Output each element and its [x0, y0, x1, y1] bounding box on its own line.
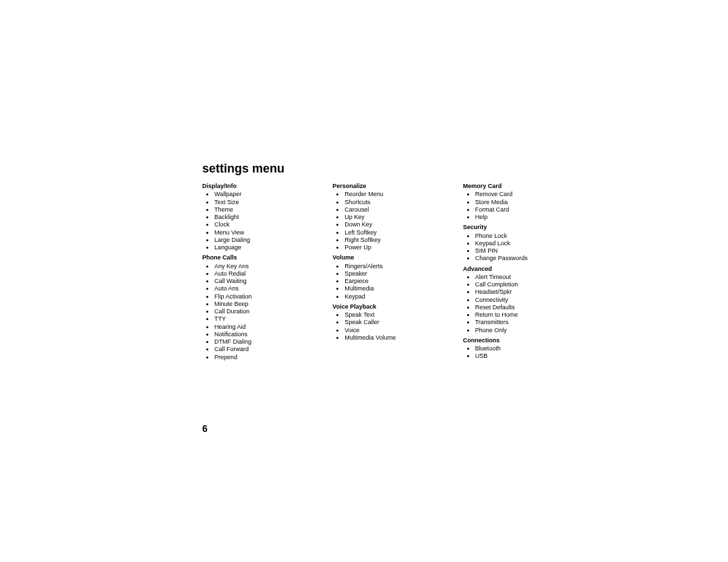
section-title: Security	[463, 224, 566, 231]
list-item: Hearing Aid	[214, 323, 305, 331]
list-item: Wallpaper	[214, 191, 305, 198]
list-item: Bluetooth	[475, 345, 566, 352]
section-title: Advanced	[463, 266, 566, 273]
section-list: Ringers/AlertsSpeakerEarpieceMultimediaK…	[332, 263, 435, 301]
list-item: SIM PIN	[475, 247, 566, 255]
list-item: Earpiece	[344, 278, 435, 285]
list-item: Left Softkey	[344, 229, 435, 237]
columns-container: Display/InfoWallpaperText SizeThemeBackl…	[202, 180, 566, 363]
list-item: Up Key	[344, 214, 435, 221]
list-item: DTMF Dialing	[214, 338, 305, 346]
list-item: Phone Lock	[475, 232, 566, 240]
list-item: Shortcuts	[344, 199, 435, 206]
list-item: Reset Defaults	[475, 304, 566, 311]
section-list: Any Key AnsAuto RedialCall WaitingAuto A…	[202, 263, 305, 361]
list-item: Keypad Lock	[475, 240, 566, 247]
list-item: Minute Beep	[214, 301, 305, 308]
list-item: Call Waiting	[214, 278, 305, 285]
list-item: Transmitters	[475, 319, 566, 326]
column-2: PersonalizeReorder MenuShortcutsCarousel…	[332, 180, 435, 363]
list-item: Call Forward	[214, 346, 305, 353]
page-content: settings menu Display/InfoWallpaperText …	[202, 162, 566, 363]
section-title: Display/Info	[202, 183, 305, 190]
list-item: USB	[475, 352, 566, 360]
list-item: Call Completion	[475, 281, 566, 288]
list-item: Clock	[214, 221, 305, 228]
list-item: Carousel	[344, 206, 435, 214]
section-list: Speak TextSpeak CallerVoiceMultimedia Vo…	[332, 311, 435, 342]
list-item: Notifications	[214, 331, 305, 338]
list-item: Phone Only	[475, 327, 566, 334]
list-item: Remove Card	[475, 191, 566, 198]
list-item: Change Passwords	[475, 255, 566, 262]
list-item: Multimedia Volume	[344, 334, 435, 342]
list-item: Theme	[214, 206, 305, 214]
list-item: Speak Caller	[344, 319, 435, 326]
page-title: settings menu	[202, 162, 566, 176]
list-item: Speaker	[344, 270, 435, 278]
list-item: Alert Timeout	[475, 274, 566, 281]
list-item: Multimedia	[344, 285, 435, 292]
section-title: Personalize	[332, 183, 435, 190]
list-item: Store Media	[475, 199, 566, 206]
list-item: Backlight	[214, 214, 305, 221]
list-item: Power Up	[344, 244, 435, 251]
list-item: Text Size	[214, 199, 305, 206]
list-item: Auto Ans	[214, 285, 305, 292]
list-item: Prepend	[214, 354, 305, 361]
section-title: Memory Card	[463, 183, 566, 190]
section-list: Alert TimeoutCall CompletionHeadset/Spkr…	[463, 274, 566, 334]
section-title: Connections	[463, 337, 566, 344]
list-item: Connectivity	[475, 296, 566, 304]
list-item: Ringers/Alerts	[344, 263, 435, 270]
list-item: Call Duration	[214, 308, 305, 315]
list-item: Headset/Spkr	[475, 288, 566, 296]
list-item: Auto Redial	[214, 270, 305, 278]
section-list: Remove CardStore MediaFormat CardHelp	[463, 191, 566, 221]
section-list: WallpaperText SizeThemeBacklightClockMen…	[202, 191, 305, 251]
list-item: Right Softkey	[344, 237, 435, 244]
list-item: Flip Activation	[214, 293, 305, 301]
list-item: Speak Text	[344, 311, 435, 319]
list-item: Voice	[344, 327, 435, 334]
column-1: Display/InfoWallpaperText SizeThemeBackl…	[202, 180, 305, 363]
list-item: Keypad	[344, 293, 435, 301]
page-number: 6	[202, 423, 208, 434]
list-item: Menu View	[214, 229, 305, 237]
section-list: BluetoothUSB	[463, 345, 566, 361]
section-list: Reorder MenuShortcutsCarouselUp KeyDown …	[332, 191, 435, 251]
section-title: Voice Playback	[332, 303, 435, 311]
list-item: Reorder Menu	[344, 191, 435, 198]
list-item: Format Card	[475, 206, 566, 214]
section-title: Phone Calls	[202, 254, 305, 261]
list-item: Large Dialing	[214, 237, 305, 244]
list-item: Help	[475, 214, 566, 221]
list-item: Down Key	[344, 221, 435, 228]
list-item: Return to Home	[475, 311, 566, 319]
list-item: Any Key Ans	[214, 263, 305, 270]
section-title: Volume	[332, 254, 435, 261]
list-item: Language	[214, 244, 305, 251]
list-item: TTY	[214, 315, 305, 323]
column-3: Memory CardRemove CardStore MediaFormat …	[463, 180, 566, 363]
section-list: Phone LockKeypad LockSIM PINChange Passw…	[463, 232, 566, 263]
